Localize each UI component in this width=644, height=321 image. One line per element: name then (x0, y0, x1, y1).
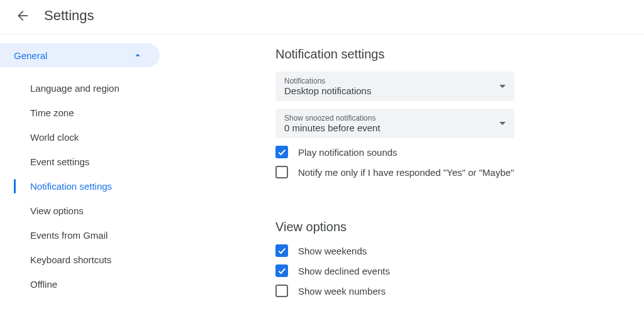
sidebar-item-world-clock[interactable]: World clock (0, 125, 164, 150)
checkbox-label: Show weekends (298, 246, 367, 256)
chevron-up-icon (132, 50, 143, 61)
notifications-dropdown[interactable]: Notifications Desktop notifications (275, 72, 514, 101)
show-weekends-row: Show weekends (275, 244, 644, 257)
notify-responded-checkbox[interactable] (275, 166, 288, 178)
snoozed-notifications-dropdown[interactable]: Show snoozed notifications 0 minutes bef… (275, 109, 514, 138)
settings-sidebar: General Language and region Time zone Wo… (0, 35, 164, 305)
notification-settings-title: Notification settings (275, 47, 644, 62)
dropdown-label: Show snoozed notifications (284, 114, 380, 122)
sidebar-item-view-options[interactable]: View options (0, 199, 164, 223)
show-week-numbers-row: Show week numbers (275, 285, 644, 297)
checkbox-label: Show week numbers (298, 286, 386, 297)
dropdown-value: Desktop notifications (284, 85, 371, 96)
caret-down-icon (499, 85, 506, 88)
sidebar-item-time-zone[interactable]: Time zone (0, 101, 164, 125)
show-week-numbers-checkbox[interactable] (275, 285, 288, 297)
sidebar-item-notification-settings[interactable]: Notification settings (0, 174, 164, 199)
checkbox-label: Notify me only if I have responded "Yes"… (298, 167, 514, 178)
back-arrow-icon[interactable] (15, 8, 30, 23)
sidebar-item-language-and-region[interactable]: Language and region (0, 76, 164, 101)
checkbox-label: Show declined events (298, 266, 390, 276)
sidebar-item-keyboard-shortcuts[interactable]: Keyboard shortcuts (0, 248, 164, 272)
checkbox-label: Play notification sounds (298, 147, 397, 158)
show-declined-checkbox[interactable] (275, 264, 288, 277)
show-declined-row: Show declined events (275, 264, 644, 277)
show-weekends-checkbox[interactable] (275, 244, 288, 257)
play-sounds-row: Play notification sounds (275, 146, 644, 158)
sidebar-nav-list: Language and region Time zone World cloc… (0, 76, 164, 297)
sidebar-section-label: General (14, 50, 47, 61)
dropdown-label: Notifications (284, 77, 371, 85)
play-sounds-checkbox[interactable] (275, 146, 288, 158)
sidebar-item-events-from-gmail[interactable]: Events from Gmail (0, 223, 164, 248)
notify-responded-row: Notify me only if I have responded "Yes"… (275, 166, 644, 178)
sidebar-section-general[interactable]: General (0, 43, 160, 67)
app-header: Settings (0, 0, 644, 35)
caret-down-icon (499, 122, 506, 125)
sidebar-item-offline[interactable]: Offline (0, 272, 164, 297)
view-options-title: View options (275, 220, 644, 234)
dropdown-value: 0 minutes before event (284, 122, 380, 133)
settings-main: Notification settings Notifications Desk… (164, 35, 644, 305)
page-title: Settings (44, 8, 94, 24)
sidebar-item-event-settings[interactable]: Event settings (0, 150, 164, 174)
